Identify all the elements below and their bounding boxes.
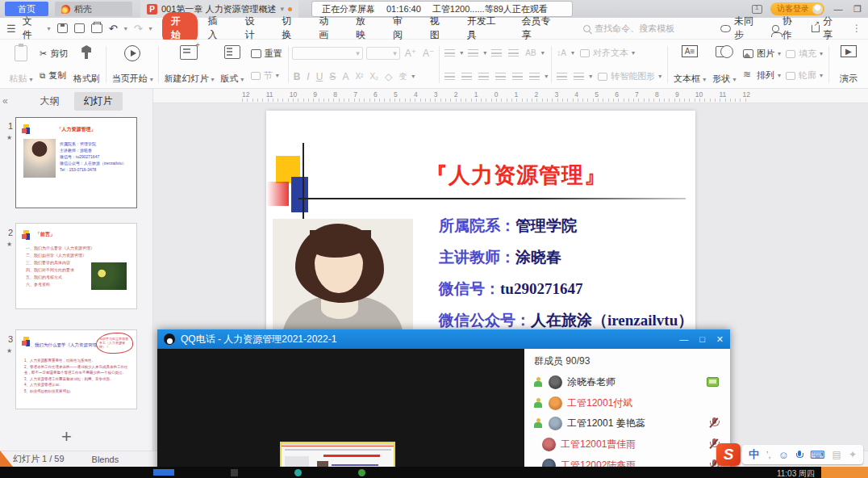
toolbox-icon[interactable]: ▤ <box>833 449 841 460</box>
emoji-icon[interactable]: ☺ <box>778 449 789 461</box>
slide-text-row[interactable]: 微信公众号：人在旅涂（irenzailvtu） <box>439 310 693 331</box>
slide-body-textbox[interactable]: 所属院系：管理学院 主讲教师：涂晓春 微信号：tu290271647 微信公众号… <box>439 216 693 342</box>
qq-close-button[interactable]: ✕ <box>716 334 724 345</box>
add-slide-button[interactable]: + <box>61 426 72 447</box>
slide-text-row[interactable]: 微信号：tu290271647 <box>439 279 693 300</box>
row-spacing-icon[interactable] <box>557 72 567 81</box>
to-smart-graphic-button[interactable]: 转智能图形 ▾ <box>595 69 664 83</box>
slide-thumbnail-2[interactable]: 「前言」 一、我们为什么要学《人力资源管理》二、我们如何学《人力资源管理》三、我… <box>15 223 137 309</box>
play-from-current-button[interactable]: 当页开始 ▾ <box>110 43 155 86</box>
increase-font-icon[interactable]: A⁺ <box>403 48 418 59</box>
member-row[interactable]: 工管12001曹佳雨 <box>524 435 730 453</box>
command-search-input[interactable]: 查找命令、搜索模板 <box>583 21 714 36</box>
screen-sharing-icon[interactable] <box>707 377 719 387</box>
new-slide-button[interactable]: 新建幻灯片 ▾ <box>162 43 216 86</box>
slide-layout-button[interactable]: 版式 ▾ <box>216 43 248 86</box>
qq-call-window[interactable]: QQ电话 - 人力资源管理2021-2022-1 — □ ✕ <box>157 329 730 478</box>
superscript-button[interactable]: X² <box>353 72 365 81</box>
quickbar-more-icon[interactable]: ▾ <box>149 25 152 32</box>
fill-button[interactable]: 填充 ▾ <box>783 47 825 61</box>
undo-icon[interactable]: ↶ <box>109 23 118 35</box>
italic-button[interactable]: I <box>305 71 311 82</box>
member-row[interactable]: 工管12001付斌 <box>524 394 730 412</box>
align-center-icon[interactable] <box>461 72 472 81</box>
font-size-select[interactable]: ▾ <box>366 47 400 60</box>
keyboard-icon[interactable]: ⌨ <box>810 449 825 461</box>
increase-indent-icon[interactable] <box>508 48 519 57</box>
clock[interactable]: 11:03 周四 <box>777 468 815 478</box>
text-effect-button[interactable]: 变 <box>397 71 408 82</box>
member-row[interactable]: 工管12001 姜艳蕊 <box>524 414 730 432</box>
taskbar-app-icon[interactable] <box>231 469 238 476</box>
chevron-down-icon[interactable]: ▾ <box>48 25 51 32</box>
slide-text-row[interactable]: 所属院系：管理学院 <box>439 216 693 237</box>
taskbar-app-icon[interactable] <box>153 469 174 476</box>
font-family-select[interactable]: ▾ <box>292 47 363 60</box>
decrease-font-icon[interactable]: A⁻ <box>421 48 436 59</box>
align-right-icon[interactable] <box>478 72 489 81</box>
numbered-list-icon[interactable] <box>468 48 478 57</box>
minimize-button[interactable]: — <box>833 4 844 14</box>
export-icon[interactable] <box>74 23 85 33</box>
bullet-list-icon[interactable] <box>444 48 455 57</box>
slide-text-row[interactable]: 主讲教师：涂晓春 <box>439 247 693 268</box>
punctuation-icon[interactable]: ’, <box>766 450 771 459</box>
taskbar-app-icon[interactable] <box>358 469 365 476</box>
align-text-button[interactable]: 对齐文本 ▾ <box>578 46 637 60</box>
present-tools-button[interactable]: ▶ 演示 <box>833 43 865 86</box>
store-tab[interactable]: 稻壳 <box>55 2 132 16</box>
distribute-icon[interactable] <box>512 72 523 81</box>
qq-minimize-button[interactable]: — <box>679 334 688 345</box>
char-tool-button[interactable]: AB <box>524 48 537 57</box>
subscript-button[interactable]: X₂ <box>368 72 380 81</box>
tab-slides[interactable]: 幻灯片 <box>74 92 123 111</box>
decrease-indent-icon[interactable] <box>491 48 502 57</box>
font-color-button[interactable]: A <box>340 71 350 82</box>
column-spacing-icon[interactable] <box>574 72 584 81</box>
redo-icon[interactable]: ↷ <box>134 23 143 35</box>
text-box-button[interactable]: A≡ 文本框 ▾ <box>671 43 708 86</box>
slide-title-textbox[interactable]: 『人力资源管理』 <box>355 161 678 190</box>
align-left-icon[interactable] <box>444 72 455 81</box>
cut-button[interactable]: ✂剪切 <box>37 47 70 61</box>
qq-titlebar[interactable]: QQ电话 - 人力资源管理2021-2022-1 — □ ✕ <box>157 329 730 349</box>
format-painter-button[interactable]: 格式刷 <box>70 43 102 86</box>
print-icon[interactable] <box>91 23 102 33</box>
strikethrough-button[interactable]: S <box>328 71 337 82</box>
reset-button[interactable]: 重置 <box>248 47 285 61</box>
sogou-logo-icon[interactable]: S <box>716 443 741 466</box>
guest-login-button[interactable]: 访客登录 <box>770 2 824 15</box>
slide-thumbnail-1[interactable]: 「人力资源管理」 所属院系：管理学院主讲教师：涂晓春微信号：tu29027164… <box>15 117 137 208</box>
line-spacing-icon[interactable] <box>529 72 540 81</box>
undo-chevron-icon[interactable]: ▾ <box>124 25 127 32</box>
arrange-button[interactable]: 排列 ▾ <box>741 69 783 82</box>
clear-format-icon[interactable]: ◇ <box>383 71 394 82</box>
chinese-mode-icon[interactable]: 中 <box>749 447 759 462</box>
slide-thumbnail-3[interactable]: 一、我们为什么要学《人力资源管理》 知识学习也需早做准备工（人力资源管理）！ 1… <box>15 329 137 409</box>
justify-icon[interactable] <box>495 72 506 81</box>
sync-status-button[interactable]: 未同步 <box>720 15 761 42</box>
save-icon[interactable] <box>57 23 68 33</box>
underline-button[interactable]: U <box>315 71 325 82</box>
bold-button[interactable]: B <box>292 71 303 82</box>
window-manage-icon[interactable] <box>752 5 762 14</box>
skin-icon[interactable]: ✦ <box>849 449 857 460</box>
qq-video-area[interactable] <box>157 349 524 478</box>
horizontal-ruler[interactable]: 1211109876543210123456789101112 <box>153 89 868 103</box>
qq-maximize-button[interactable]: □ <box>699 334 705 345</box>
taskbar-highlight-item[interactable] <box>821 467 868 478</box>
restore-button[interactable]: ❐ <box>852 4 863 15</box>
mic-muted-icon[interactable] <box>709 417 719 429</box>
taskbar-app-icon[interactable] <box>294 469 302 476</box>
hamburger-icon[interactable]: ☰ <box>6 23 16 35</box>
voice-input-icon[interactable] <box>796 451 803 459</box>
text-direction-button[interactable]: ↕A <box>555 48 568 57</box>
copy-button[interactable]: ⧉复制 <box>37 69 70 82</box>
file-menu[interactable]: 文件 <box>23 15 41 42</box>
section-button[interactable]: 节 ▾ <box>248 69 285 82</box>
theme-name[interactable]: Blends <box>92 455 119 464</box>
picture-button[interactable]: 图片 ▾ <box>741 47 783 61</box>
more-menu-icon[interactable]: ⋮ <box>852 23 862 34</box>
member-row[interactable]: 涂晓春老师 <box>524 373 730 391</box>
outline-button[interactable]: 轮廓 ▾ <box>783 69 825 82</box>
